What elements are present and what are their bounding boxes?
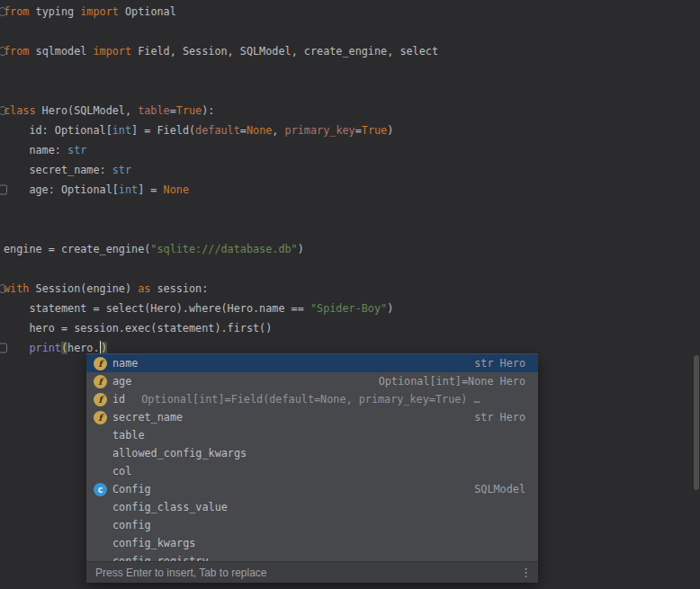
code-token: Hero(SQLModel, <box>36 104 139 117</box>
code-token: with <box>4 282 29 295</box>
field-icon: f <box>94 357 107 370</box>
completion-item[interactable]: col <box>86 462 538 480</box>
more-options-icon[interactable]: ⋮ <box>520 567 532 578</box>
code-line[interactable] <box>4 259 700 279</box>
completion-item[interactable]: cConfigSQLModel <box>86 480 538 498</box>
field-icon: f <box>94 411 107 424</box>
completion-label: col <box>112 465 131 477</box>
code-token: print <box>29 342 61 354</box>
code-token: ) <box>387 302 393 315</box>
code-token: hero <box>67 342 93 354</box>
completion-item[interactable]: allowed_config_kwargs <box>86 444 538 462</box>
completion-scrollbar[interactable] <box>694 354 699 561</box>
completion-label: id <box>112 393 125 406</box>
code-line[interactable] <box>4 22 700 41</box>
code-token: engine = create_engine( <box>4 243 150 255</box>
code-line[interactable]: secret_name: str <box>4 160 700 180</box>
code-token: session: <box>150 282 208 295</box>
code-line[interactable]: with Session(engine) as session: <box>4 279 700 299</box>
code-token: hero = session.exec(statement).first() <box>4 322 272 335</box>
code-token: default <box>195 124 240 137</box>
code-line[interactable]: hero = session.exec(statement).first() <box>4 318 700 338</box>
code-token: ): <box>202 104 214 117</box>
code-token: str <box>112 164 131 176</box>
completion-list: fnamestr HerofageOptional[int]=None Hero… <box>86 353 538 561</box>
scrollbar-thumb[interactable] <box>694 355 699 490</box>
completion-item[interactable]: config_registry <box>86 552 538 561</box>
code-token: = <box>355 124 362 137</box>
completion-signature: Optional[int]=Field(default=None, primar… <box>141 393 525 406</box>
code-token: secret_name: <box>4 164 112 176</box>
code-token: statement = select(Hero).where(Hero.name… <box>4 302 310 315</box>
completion-label: name <box>112 357 138 370</box>
gutter-mark-square <box>0 185 7 195</box>
code-token: from <box>4 45 29 58</box>
code-token: Session(engine) <box>29 282 138 295</box>
code-token: age: Optional[ <box>4 183 119 196</box>
code-token: ) <box>387 124 393 137</box>
completion-item[interactable]: config_class_value <box>86 498 538 516</box>
code-line[interactable]: name: str <box>4 140 700 160</box>
completion-tail: str Hero <box>474 357 525 370</box>
code-token: name: <box>4 144 67 156</box>
code-line[interactable] <box>4 61 700 81</box>
completion-tail: str Hero <box>474 411 525 424</box>
completion-popup: fnamestr HerofageOptional[int]=None Hero… <box>86 353 538 583</box>
completion-tail: SQLModel <box>474 483 525 495</box>
class-icon: c <box>94 483 107 496</box>
code-token: . <box>93 342 99 354</box>
completion-item[interactable]: fnamestr Hero <box>86 354 538 372</box>
code-line[interactable]: from sqlmodel import Field, Session, SQL… <box>4 41 700 61</box>
completion-item[interactable]: table <box>86 426 538 444</box>
code-token: = <box>240 124 247 137</box>
code-line[interactable] <box>4 200 700 219</box>
code-token: int <box>112 124 131 137</box>
completion-label: Config <box>112 483 151 495</box>
completion-label: table <box>112 429 145 442</box>
code-token: ) <box>298 243 304 255</box>
code-line[interactable]: class Hero(SQLModel, table=True): <box>4 101 700 120</box>
code-line[interactable]: age: Optional[int] = None <box>4 180 700 200</box>
gutter-mark-square <box>0 344 7 353</box>
code-token: primary_key <box>285 124 355 137</box>
code-token: "Spider-Boy" <box>310 302 387 315</box>
completion-hint: Press Enter to insert, Tab to replace <box>95 567 267 579</box>
completion-item[interactable]: config_kwargs <box>86 534 538 552</box>
code-token: import <box>80 5 119 18</box>
code-token: sqlmodel <box>29 45 93 58</box>
completion-item[interactable]: fidOptional[int]=Field(default=None, pri… <box>86 390 538 408</box>
completion-label: config_registry <box>112 552 209 561</box>
completion-label: config_class_value <box>112 501 228 513</box>
code-line[interactable]: engine = create_engine("sqlite:///databa… <box>4 239 700 259</box>
code-token: str <box>67 144 86 156</box>
completion-item[interactable]: fsecret_namestr Hero <box>86 408 538 426</box>
code-token: id: Optional[ <box>4 124 112 137</box>
code-token: as <box>138 282 150 295</box>
completion-item[interactable]: fageOptional[int]=None Hero <box>86 372 538 390</box>
code-line[interactable]: statement = select(Hero).where(Hero.name… <box>4 299 700 318</box>
code-line[interactable] <box>4 219 700 239</box>
completion-label: config_kwargs <box>112 537 195 549</box>
code-token: True <box>362 124 387 137</box>
code-token: "sqlite:///database.db" <box>150 243 297 255</box>
completion-label: allowed_config_kwargs <box>112 447 247 460</box>
completion-label: config <box>112 519 151 531</box>
code-token: ) <box>101 342 107 354</box>
code-token: ] = <box>138 183 163 196</box>
completion-tail: Optional[int]=None Hero <box>379 375 525 388</box>
code-token: Optional <box>119 5 176 18</box>
code-line[interactable] <box>4 81 700 101</box>
completion-label: age <box>112 375 131 388</box>
code-line[interactable]: id: Optional[int] = Field(default=None, … <box>4 120 700 140</box>
completion-item[interactable]: config <box>86 516 538 534</box>
code-token: int <box>119 183 138 196</box>
code-token: = <box>170 104 176 117</box>
code-line[interactable]: from typing import Optional <box>4 2 700 22</box>
completion-label: secret_name <box>112 411 183 424</box>
code-token: None <box>164 183 189 196</box>
code-token: ( <box>61 342 67 354</box>
code-token: table <box>138 104 170 117</box>
code-token: typing <box>29 5 80 18</box>
code-token: class <box>4 104 36 117</box>
ide-screen: from typing import Optionalfrom sqlmodel… <box>0 0 700 589</box>
